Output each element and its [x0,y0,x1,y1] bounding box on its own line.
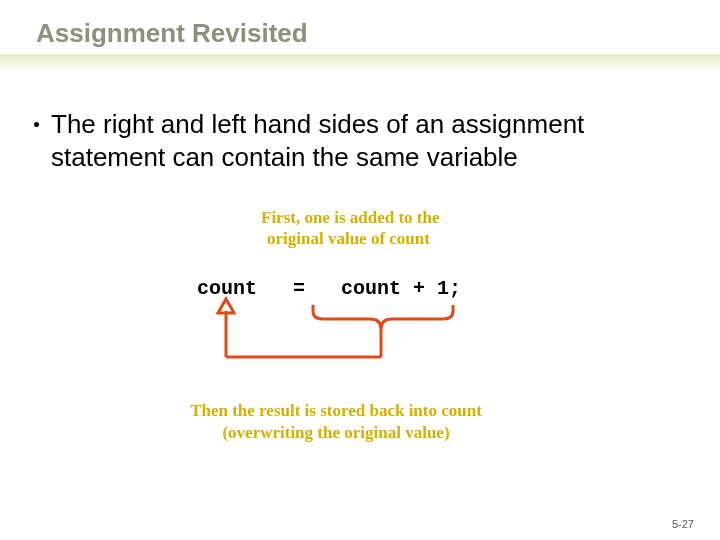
annotation-bottom: Then the result is stored back into coun… [116,400,556,444]
annotation-bottom-line2: (overwriting the original value) [222,423,449,442]
arrow-head-icon [218,299,234,313]
brace-icon [313,305,453,329]
title-underline-band [0,54,720,72]
slide-number: 5-27 [672,518,694,530]
bullet-item: The right and left hand sides of an assi… [34,108,651,175]
annotation-bottom-line1: Then the result is stored back into coun… [190,401,482,420]
annotation-top-line2: original value of count [261,229,430,248]
annotation-top: First, one is added to the original valu… [261,207,440,250]
slide-title: Assignment Revisited [36,18,308,49]
bullet-text: The right and left hand sides of an assi… [51,108,651,175]
flow-arrow [200,297,500,387]
bullet-dot-icon [34,122,39,127]
annotation-top-line1: First, one is added to the [261,208,440,227]
